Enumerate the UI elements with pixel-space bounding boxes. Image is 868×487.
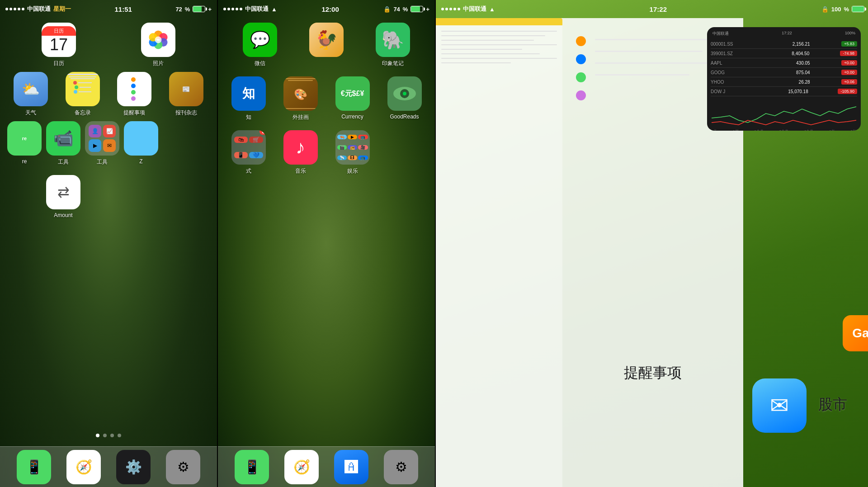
dock-phone[interactable]: 📱 bbox=[17, 450, 51, 484]
goodreads-icon[interactable] bbox=[387, 76, 422, 111]
weibo-icon[interactable]: 🐓 bbox=[309, 23, 344, 57]
stock-name-6: DOW J bbox=[711, 89, 747, 94]
dock2-phone-icon[interactable]: 📱 bbox=[235, 450, 269, 484]
app-folder[interactable]: 🛍 🛒 📱 💙 8 式 bbox=[231, 130, 266, 175]
app-row-4: ⇄ Amount bbox=[0, 166, 217, 218]
app-tools[interactable]: 👤 📈 ▶ ✉ 工具 bbox=[85, 121, 119, 166]
app-row-3: re re 📹 工具 👤 📈 ▶ ✉ bbox=[0, 117, 217, 166]
app-row-2: ⛅ 天气 备忘录 bbox=[0, 67, 217, 117]
line3 bbox=[79, 91, 91, 92]
app-partial-right[interactable]: Z bbox=[124, 121, 158, 166]
folder-icon1: 🛍 bbox=[238, 137, 244, 143]
stock-price-4: 875.04 bbox=[778, 70, 810, 75]
app-currency[interactable]: €元$£¥ Currency bbox=[335, 76, 370, 121]
app-evernote[interactable]: 🐘 印象笔记 bbox=[376, 23, 410, 67]
page-dot-3[interactable] bbox=[110, 434, 114, 437]
settings-icon[interactable]: ⚙ bbox=[166, 450, 200, 484]
page-dot-4[interactable] bbox=[118, 434, 121, 437]
carrier-1: 中国联通 bbox=[27, 5, 51, 13]
dock2-appstore-icon[interactable]: 🅰 bbox=[334, 450, 368, 484]
ent6: 🎥 bbox=[358, 145, 368, 150]
folder-icon[interactable]: 🛍 🛒 📱 💙 8 bbox=[231, 130, 266, 165]
page-dot-2[interactable] bbox=[103, 434, 107, 437]
tools-icon[interactable]: 👤 📈 ▶ ✉ bbox=[85, 121, 119, 156]
rem-dot3 bbox=[131, 90, 136, 95]
dock2-settings[interactable]: ⚙ bbox=[384, 450, 418, 484]
youtube-icon: ▶ bbox=[93, 142, 97, 149]
evernote-icon[interactable]: 🐘 bbox=[376, 23, 410, 57]
app-entertainment[interactable]: 🦐 ▶ 📺 🎬 📻 🎥 📡 🎞 📺 娱乐 bbox=[335, 130, 370, 175]
app-wechat[interactable]: 💬 微信 bbox=[243, 23, 277, 67]
photos-icon[interactable] bbox=[141, 23, 175, 57]
dock2-settings-icon[interactable]: ⚙ bbox=[384, 450, 418, 484]
app-goodreads[interactable]: GoodReads bbox=[387, 76, 422, 121]
signal-dots-2 bbox=[223, 8, 242, 10]
stock-row-3: AAPL 430.05 +0.00 bbox=[711, 58, 857, 68]
app-weibo[interactable]: 🐓 bbox=[309, 23, 344, 67]
app-mail-s3[interactable]: ✉ bbox=[752, 378, 807, 433]
app-photos[interactable]: 照片 bbox=[141, 23, 175, 67]
partial-icon[interactable]: re bbox=[7, 121, 42, 156]
app-newsstand[interactable]: 📰 报刊杂志 bbox=[163, 72, 210, 117]
game-icon-partial[interactable]: Ga bbox=[843, 315, 868, 351]
signal-dots-3 bbox=[441, 8, 460, 10]
waigua-emoji: 🎨 bbox=[294, 88, 307, 101]
page-dot-1[interactable] bbox=[96, 434, 99, 437]
dock2-safari-emoji: 🧭 bbox=[293, 459, 310, 475]
status-left-2: 中国联通 ▲ bbox=[223, 5, 277, 13]
partial-right-icon[interactable] bbox=[124, 121, 158, 156]
entertainment-label: 娱乐 bbox=[347, 167, 358, 175]
facetime-icon[interactable]: 📹 bbox=[46, 121, 80, 156]
dock2-phone[interactable]: 📱 bbox=[235, 450, 269, 484]
currency-icon[interactable]: €元$£¥ bbox=[335, 76, 370, 111]
dock-safari[interactable]: 🧭 bbox=[66, 450, 101, 484]
app-waigua[interactable]: 🎨 外挂画 bbox=[283, 76, 318, 121]
zhihu-icon[interactable]: 知 bbox=[231, 76, 266, 111]
weibo-emoji: 🐓 bbox=[315, 29, 338, 51]
amount-label: Amount bbox=[54, 212, 72, 218]
s2-dot2 bbox=[227, 8, 230, 10]
weather-icon[interactable]: ⛅ bbox=[14, 72, 48, 106]
calendar-icon[interactable]: 日历 17 bbox=[42, 23, 76, 57]
stock-row-1: 000001.SS 2,156.21 +5.83 bbox=[711, 39, 857, 49]
newsstand-icon[interactable]: 📰 bbox=[169, 72, 203, 106]
dock-compass[interactable]: ⚙️ bbox=[116, 450, 151, 484]
app-music[interactable]: ♪ 音乐 bbox=[283, 130, 318, 175]
app-amount[interactable]: ⇄ Amount bbox=[46, 175, 80, 218]
battery-fill-2 bbox=[411, 6, 420, 12]
phone-icon[interactable]: 📱 bbox=[17, 450, 51, 484]
reminders-icon[interactable] bbox=[117, 72, 151, 106]
compass-icon[interactable]: ⚙️ bbox=[116, 450, 151, 484]
entertainment-icon[interactable]: 🦐 ▶ 📺 🎬 📻 🎥 📡 🎞 📺 bbox=[335, 130, 370, 165]
app-weather[interactable]: ⛅ 天气 bbox=[7, 72, 55, 117]
charging-icon-1: + bbox=[208, 6, 212, 13]
battery-icon-2 bbox=[410, 6, 423, 12]
music-icon[interactable]: ♪ bbox=[283, 130, 318, 165]
stock-change-6: -105.90 bbox=[838, 89, 857, 94]
screen-3: 中国联通 ▲ 17:22 🔒 100% bbox=[436, 0, 868, 487]
wechat-icon[interactable]: 💬 bbox=[243, 23, 277, 57]
folder-icon3: 📱 bbox=[237, 152, 244, 158]
app-partial-left[interactable]: re re bbox=[7, 121, 42, 166]
s2-row1: 💬 微信 🐓 🐘 印象笔记 bbox=[218, 18, 435, 67]
reminders-title: 提醒事项 bbox=[624, 364, 682, 381]
app-facetime[interactable]: 📹 工具 bbox=[46, 121, 80, 166]
mail-icon-s3[interactable]: ✉ bbox=[752, 378, 807, 433]
s3-dot3 bbox=[449, 8, 452, 10]
wifi-indicator-3: ▲ bbox=[489, 6, 495, 13]
app-reminders[interactable]: 提醒事项 bbox=[111, 72, 158, 117]
app-calendar[interactable]: 日历 17 日历 bbox=[42, 23, 76, 67]
dock2-safari-icon[interactable]: 🧭 bbox=[284, 450, 319, 484]
notes-icon[interactable] bbox=[66, 72, 100, 106]
dock2-safari[interactable]: 🧭 bbox=[284, 450, 319, 484]
wifi-indicator-2: ▲ bbox=[271, 6, 277, 13]
dock-settings[interactable]: ⚙ bbox=[166, 450, 200, 484]
amount-icon[interactable]: ⇄ bbox=[46, 175, 80, 209]
app-notes[interactable]: 备忘录 bbox=[59, 72, 107, 117]
safari-icon[interactable]: 🧭 bbox=[66, 450, 101, 484]
time-1: 11:51 bbox=[115, 5, 132, 13]
waigua-icon[interactable]: 🎨 bbox=[283, 76, 318, 111]
app-zhihu[interactable]: 知 知 bbox=[231, 76, 266, 121]
facetime-emoji: 📹 bbox=[53, 129, 74, 148]
dock2-appstore[interactable]: 🅰 bbox=[334, 450, 368, 484]
